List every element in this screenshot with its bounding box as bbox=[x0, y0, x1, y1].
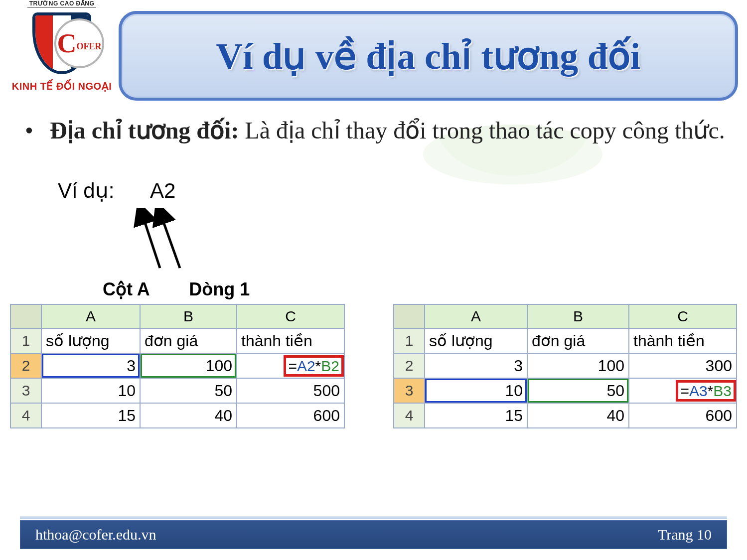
logo-badge: COFER bbox=[24, 9, 99, 79]
col-header-C: C bbox=[629, 304, 737, 328]
header-price: đơn giá bbox=[140, 328, 237, 353]
excel-table-left: A B C 1 số lượng đơn giá thành tiền 2 3 … bbox=[10, 304, 345, 428]
col-header-C: C bbox=[237, 304, 344, 328]
logo-top-text: TRƯỜNG CAO ĐẲNG bbox=[27, 0, 97, 7]
cell: 3 bbox=[425, 353, 527, 378]
formula-box: =A3*B3 bbox=[676, 380, 736, 402]
tables-row: A B C 1 số lượng đơn giá thành tiền 2 3 … bbox=[10, 304, 737, 428]
example-col-label: Cột A bbox=[103, 279, 149, 299]
table-row: 3 10 50 500 bbox=[10, 378, 344, 403]
cell: 300 bbox=[629, 353, 737, 378]
formula-ref-a: A3 bbox=[689, 383, 708, 399]
table-row: 2 3 100 =A2*B2 bbox=[10, 353, 344, 378]
cell: 15 bbox=[41, 403, 140, 428]
formula-ref-a: A2 bbox=[297, 358, 315, 374]
footer-divider bbox=[20, 516, 727, 519]
col-header-A: A bbox=[41, 304, 140, 328]
cell: 100 bbox=[527, 353, 629, 378]
formula-box: =A2*B2 bbox=[284, 355, 344, 377]
bullet-label: Địa chỉ tương đối: bbox=[50, 117, 239, 143]
example-diagram: Ví dụ: A2 Cột A Dòng 1 bbox=[58, 178, 267, 303]
table-row: 4 15 40 600 bbox=[394, 403, 737, 428]
footer: hthoa@cofer.edu.vn Trang 10 bbox=[20, 520, 727, 549]
col-header-B: B bbox=[527, 304, 629, 328]
footer-email: hthoa@cofer.edu.vn bbox=[35, 526, 156, 543]
table-row: A B C bbox=[10, 304, 344, 328]
formula-ref-b: B3 bbox=[713, 383, 732, 399]
header-qty: số lượng bbox=[425, 328, 527, 353]
svg-line-1 bbox=[160, 212, 180, 268]
cell: 600 bbox=[629, 403, 737, 428]
logo-mark-big: C bbox=[57, 30, 76, 57]
formula-eq: = bbox=[288, 358, 297, 374]
corner-cell bbox=[10, 304, 41, 328]
slide: TRƯỜNG CAO ĐẲNG COFER KINH TẾ ĐỐI NGOẠI … bbox=[0, 0, 747, 560]
cell: 500 bbox=[237, 378, 344, 403]
row-header: 1 bbox=[394, 328, 425, 353]
cell: 600 bbox=[237, 403, 344, 428]
cell: 50 bbox=[140, 378, 237, 403]
table-row: 1 số lượng đơn giá thành tiền bbox=[10, 328, 344, 353]
formula-eq: = bbox=[680, 383, 689, 399]
excel-table-right: A B C 1 số lượng đơn giá thành tiền 2 3 … bbox=[393, 304, 737, 428]
header-qty: số lượng bbox=[41, 328, 140, 353]
cell-A2: 3 bbox=[41, 353, 140, 378]
header-amount: thành tiền bbox=[629, 328, 737, 353]
cell-C2-formula: =A2*B2 bbox=[237, 353, 344, 378]
table-row: 1 số lượng đơn giá thành tiền bbox=[394, 328, 737, 353]
cell-A3: 10 bbox=[425, 378, 527, 403]
title-bar: Ví dụ về địa chỉ tương đối bbox=[119, 11, 738, 101]
footer-page: Trang 10 bbox=[658, 526, 712, 543]
row-header: 2 bbox=[394, 353, 425, 378]
bullet-text: Là địa chỉ thay đổi trong thao tác copy … bbox=[239, 117, 725, 143]
row-header-active: 3 bbox=[394, 378, 425, 403]
table-row: 2 3 100 300 bbox=[394, 353, 737, 378]
row-header-active: 2 bbox=[10, 353, 41, 378]
col-header-A: A bbox=[425, 304, 527, 328]
formula-ref-b: B2 bbox=[321, 358, 339, 374]
example-cell-ref: A2 bbox=[150, 179, 175, 203]
logo-bottom-text: KINH TẾ ĐỐI NGOẠI bbox=[12, 80, 112, 92]
table-row: 3 10 50 =A3*B3 bbox=[394, 378, 737, 403]
header-amount: thành tiền bbox=[237, 328, 344, 353]
school-logo: TRƯỜNG CAO ĐẲNG COFER KINH TẾ ĐỐI NGOẠI bbox=[10, 0, 114, 97]
example-prefix: Ví dụ: bbox=[58, 179, 114, 202]
formula-star: * bbox=[708, 383, 714, 399]
header-price: đơn giá bbox=[527, 328, 629, 353]
cell: 15 bbox=[425, 403, 527, 428]
formula-star: * bbox=[315, 358, 321, 374]
cell-C3-formula: =A3*B3 bbox=[629, 378, 737, 403]
body-text: • Địa chỉ tương đối: Là địa chỉ thay đổi… bbox=[25, 115, 727, 147]
slide-title: Ví dụ về địa chỉ tương đối bbox=[216, 34, 641, 78]
col-header-B: B bbox=[140, 304, 237, 328]
cell-B2: 100 bbox=[140, 353, 237, 378]
cell-B3: 50 bbox=[527, 378, 629, 403]
row-header: 1 bbox=[10, 328, 41, 353]
corner-cell bbox=[394, 304, 425, 328]
cell: 40 bbox=[527, 403, 629, 428]
svg-line-0 bbox=[142, 212, 160, 268]
row-header: 4 bbox=[394, 403, 425, 428]
logo-cofer-icon: COFER bbox=[54, 18, 104, 68]
row-header: 3 bbox=[10, 378, 41, 403]
table-row: A B C bbox=[394, 304, 737, 328]
bullet-dot-icon: • bbox=[25, 115, 50, 147]
cell: 40 bbox=[140, 403, 237, 428]
bullet-content: Địa chỉ tương đối: Là địa chỉ thay đổi t… bbox=[50, 115, 727, 147]
table-row: 4 15 40 600 bbox=[10, 403, 344, 428]
row-header: 4 bbox=[10, 403, 41, 428]
example-row-label: Dòng 1 bbox=[189, 279, 250, 299]
cell: 10 bbox=[41, 378, 140, 403]
arrows-icon bbox=[133, 208, 232, 273]
logo-mark-small: OFER bbox=[76, 41, 101, 52]
